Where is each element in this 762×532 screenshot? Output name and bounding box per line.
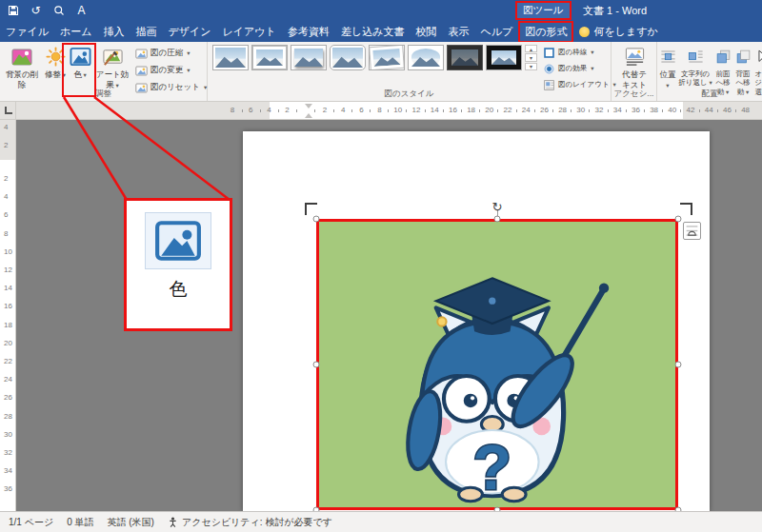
ruler-number: 42 bbox=[687, 106, 695, 114]
picture-style-1[interactable] bbox=[212, 45, 249, 70]
quick-access-toolbar: ↺ A bbox=[6, 0, 89, 21]
tell-me-box[interactable]: 何をしますか bbox=[579, 25, 657, 39]
tab-10[interactable]: ヘルプ bbox=[474, 21, 518, 43]
selection-handle[interactable] bbox=[313, 507, 320, 512]
tab-picture-format-active[interactable]: 図の形式 bbox=[518, 21, 573, 43]
tab-8[interactable]: 校閲 bbox=[410, 21, 442, 43]
compress-picture-button[interactable]: 図の圧縮 bbox=[135, 47, 207, 60]
picture-style-2[interactable] bbox=[251, 45, 288, 70]
layout-options-button[interactable] bbox=[683, 222, 701, 240]
tab-3[interactable]: 描画 bbox=[130, 21, 163, 43]
ruler-number: 2 bbox=[4, 141, 8, 149]
group-label-accessibility: アクセシ... bbox=[612, 89, 656, 100]
picture-style-5[interactable] bbox=[369, 45, 405, 70]
ruler-number: 14 bbox=[4, 284, 12, 292]
ruler-number: 6 bbox=[249, 106, 252, 114]
ruler-number: 8 bbox=[4, 228, 8, 237]
picture-effects-icon bbox=[543, 63, 555, 75]
selection-handle[interactable] bbox=[313, 362, 320, 368]
ruler-number: 12 bbox=[4, 266, 12, 274]
hanging-indent-marker[interactable] bbox=[305, 109, 312, 118]
ruler-number: 46 bbox=[723, 106, 732, 114]
tab-6[interactable]: 参考資料 bbox=[282, 21, 335, 43]
gallery-more-icon[interactable]: ▾ bbox=[525, 63, 537, 70]
alt-text-button[interactable]: 代替テキスト bbox=[621, 45, 648, 89]
annotation-callout-color: 色 bbox=[124, 198, 232, 331]
page-indicator[interactable]: 1/1 ページ bbox=[9, 516, 53, 529]
gallery-up-icon[interactable]: ▴ bbox=[525, 45, 537, 52]
ruler-number: 26 bbox=[540, 106, 549, 114]
tab-9[interactable]: 表示 bbox=[442, 21, 474, 43]
picture-style-3[interactable] bbox=[291, 45, 327, 70]
ruler-number: 14 bbox=[431, 106, 439, 114]
picture-styles-gallery bbox=[212, 45, 522, 70]
word-count[interactable]: 0 単語 bbox=[67, 516, 93, 529]
selection-handle[interactable] bbox=[313, 216, 320, 223]
read-aloud-icon[interactable]: A bbox=[74, 3, 89, 18]
remove-background-button[interactable]: 背景の削除 bbox=[2, 45, 42, 89]
search-icon[interactable] bbox=[51, 3, 66, 18]
position-button[interactable]: 位置 bbox=[658, 45, 677, 89]
selected-picture[interactable]: ? bbox=[316, 219, 678, 510]
language-indicator[interactable]: 英語 (米国) bbox=[108, 516, 154, 529]
artistic-effects-icon bbox=[102, 45, 124, 69]
picture-style-thumbnail-icon bbox=[332, 48, 363, 68]
change-picture-button[interactable]: 図の変更 bbox=[135, 64, 207, 77]
tab-5[interactable]: レイアウト bbox=[217, 21, 282, 43]
ruler-v-active-zone bbox=[0, 160, 16, 511]
tab-selector-icon bbox=[5, 107, 12, 114]
layout-options-icon bbox=[685, 224, 699, 238]
rotate-handle-icon[interactable]: ↻ bbox=[492, 200, 503, 214]
picture-style-options: 図の枠線 図の効果 図のレイアウト bbox=[543, 46, 616, 91]
callout-color-icon bbox=[145, 212, 211, 269]
picture-style-thumbnail-icon bbox=[491, 50, 516, 65]
color-button[interactable]: 色 bbox=[68, 45, 92, 80]
tab-0[interactable]: ファイル bbox=[0, 21, 54, 43]
selection-handle[interactable] bbox=[494, 507, 501, 512]
adjust-small-buttons: 図の圧縮 図の変更 図のリセット bbox=[135, 47, 207, 94]
ruler-number: 30 bbox=[576, 106, 585, 114]
ruler-number: 24 bbox=[4, 375, 12, 384]
accessibility-status[interactable]: アクセシビリティ: 検討が必要です bbox=[168, 516, 332, 529]
ruler-h[interactable]: 8642246810121416182022242628303234363840… bbox=[16, 102, 762, 120]
ruler-number: 24 bbox=[522, 106, 531, 114]
tab-selector[interactable] bbox=[0, 102, 16, 120]
picture-style-8[interactable] bbox=[486, 45, 522, 70]
selection-handle[interactable] bbox=[494, 216, 501, 223]
ruler-v[interactable]: 4224681012141618202224262830323436 bbox=[0, 120, 16, 511]
ruler-number: 18 bbox=[4, 320, 12, 328]
selection-handle[interactable] bbox=[675, 507, 682, 512]
selection-handle[interactable] bbox=[675, 362, 682, 368]
ruler-number: 6 bbox=[4, 210, 8, 219]
ruler-number: 4 bbox=[267, 106, 271, 114]
artistic-effects-button[interactable]: アート効果 bbox=[95, 45, 130, 89]
picture-style-4[interactable] bbox=[330, 45, 366, 70]
picture-border-button[interactable]: 図の枠線 bbox=[543, 46, 616, 59]
gallery-down-icon[interactable]: ▾ bbox=[525, 53, 537, 61]
owl-mascot-illustration: ? bbox=[369, 270, 626, 507]
ruler-number: 34 bbox=[4, 466, 12, 475]
group-accessibility: 代替テキスト アクセシ... bbox=[612, 42, 657, 101]
selection-handle[interactable] bbox=[675, 216, 682, 223]
group-arrange: 位置 文字列の折り返し 前面へ移動 背面へ移動 オブジェ選択 配置 bbox=[657, 42, 762, 101]
ruler-number: 16 bbox=[4, 302, 12, 310]
corrections-button[interactable]: 修整 bbox=[43, 45, 68, 80]
undo-icon[interactable]: ↺ bbox=[29, 3, 43, 18]
picture-style-6[interactable] bbox=[408, 45, 444, 70]
tab-4[interactable]: デザイン bbox=[163, 21, 217, 43]
picture-style-thumbnail-icon bbox=[294, 49, 323, 67]
ruler-number: 18 bbox=[467, 106, 475, 114]
tab-7[interactable]: 差し込み文書 bbox=[335, 21, 411, 43]
group-label-picture-styles: 図のスタイル bbox=[208, 89, 611, 100]
picture-style-thumbnail-icon bbox=[256, 49, 283, 66]
picture-style-7[interactable] bbox=[447, 45, 483, 70]
callout-color-label: 色 bbox=[170, 277, 188, 302]
picture-tools-context-label[interactable]: 図ツール bbox=[515, 1, 572, 20]
tab-2[interactable]: 挿入 bbox=[98, 21, 130, 43]
compress-picture-icon bbox=[135, 48, 148, 60]
picture-effects-button[interactable]: 図の効果 bbox=[543, 62, 616, 75]
wrap-text-button[interactable]: 文字列の折り返し bbox=[678, 45, 712, 88]
tab-1[interactable]: ホーム bbox=[54, 21, 98, 43]
ribbon: 背景の削除 修整 色 アート効果 図の圧縮 図の変更 図のリセット bbox=[0, 42, 762, 102]
save-icon[interactable] bbox=[6, 3, 20, 18]
